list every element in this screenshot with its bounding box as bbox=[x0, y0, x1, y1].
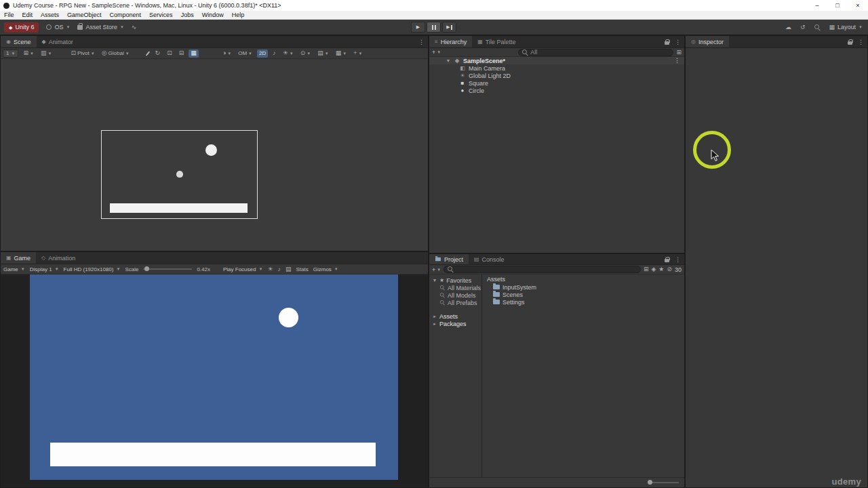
favorites-row[interactable]: ▼ ★ Favorites bbox=[429, 277, 481, 284]
packages-root-row[interactable]: ▸ Packages bbox=[429, 320, 481, 327]
lock-icon[interactable] bbox=[665, 39, 670, 45]
lock-icon[interactable] bbox=[848, 39, 853, 45]
search-icon[interactable] bbox=[814, 24, 821, 30]
foldout-arrow-icon[interactable]: ▸ bbox=[432, 314, 437, 319]
menu-services[interactable]: Services bbox=[145, 12, 177, 18]
mute-audio-icon[interactable]: ♪ bbox=[277, 266, 281, 272]
menu-jobs[interactable]: Jobs bbox=[177, 12, 198, 18]
menu-file[interactable]: File bbox=[0, 12, 18, 18]
assets-root-row[interactable]: ▸ Assets bbox=[429, 312, 481, 320]
lock-icon[interactable] bbox=[665, 257, 670, 262]
create-object-button[interactable]: +▼ bbox=[432, 49, 441, 56]
zoom-slider-knob[interactable] bbox=[648, 480, 652, 485]
foldout-arrow-icon[interactable]: ▸ bbox=[432, 321, 437, 327]
menu-gameobject[interactable]: GameObject bbox=[63, 12, 106, 18]
connector-icon[interactable]: ∿ bbox=[132, 24, 137, 30]
tab-hierarchy[interactable]: ≡ Hierarchy bbox=[429, 36, 472, 47]
subscene-pane-icon[interactable]: ⊞ bbox=[676, 49, 682, 56]
scene-audio-toggle[interactable]: ♪ bbox=[271, 49, 278, 58]
cloud-icon[interactable]: ☁ bbox=[785, 24, 791, 30]
circle-object[interactable] bbox=[205, 144, 217, 156]
pause-button[interactable] bbox=[427, 22, 441, 33]
tab-inspector[interactable]: ◎ Inspector bbox=[686, 36, 729, 47]
scene-root-row[interactable]: ▼ ◈ SampleScene* ⋮ bbox=[429, 57, 684, 64]
pickup-sprite-object[interactable] bbox=[176, 171, 183, 178]
transform-tools-dropdown[interactable]: ⊞▼ bbox=[21, 49, 36, 58]
tab-animation[interactable]: ◇ Animation bbox=[36, 252, 81, 264]
play-focused-dropdown[interactable]: Play Focused▼ bbox=[223, 266, 262, 272]
step-button[interactable]: ▶ bbox=[442, 22, 456, 33]
paint-brush-icon[interactable] bbox=[145, 49, 151, 58]
search-by-type-icon[interactable]: ⊞ bbox=[644, 266, 649, 272]
create-asset-button[interactable]: +▼ bbox=[432, 266, 441, 273]
account-dropdown[interactable]: OS▼ bbox=[46, 24, 70, 30]
square-paddle-object[interactable] bbox=[110, 203, 248, 213]
overlay-mode-dropdown[interactable]: OM▼ bbox=[236, 49, 254, 58]
hierarchy-item-main-camera[interactable]: ◧ Main Camera bbox=[429, 64, 684, 72]
2d-mode-toggle[interactable]: 2D bbox=[257, 49, 268, 58]
grid-settings-dropdown[interactable]: ▦▼ bbox=[334, 49, 349, 58]
screenshot-icon[interactable]: ▤ bbox=[285, 266, 292, 272]
scene-panel-menu-icon[interactable]: ⋮ bbox=[418, 39, 425, 45]
rotate-snap-icon[interactable]: ↻ bbox=[153, 49, 163, 58]
undo-history-icon[interactable]: ↺ bbox=[800, 24, 806, 30]
save-search-icon[interactable]: ★ bbox=[658, 266, 664, 272]
project-panel-menu-icon[interactable]: ⋮ bbox=[675, 256, 681, 263]
hidden-packages-count[interactable]: ⊘ 30 bbox=[667, 266, 682, 273]
rect-snap-icon[interactable]: ⊟ bbox=[177, 49, 186, 58]
foldout-arrow-icon[interactable]: ▼ bbox=[446, 58, 451, 63]
favorite-all-prefabs[interactable]: All Prefabs bbox=[429, 299, 481, 306]
effects-dropdown[interactable]: ☀▼ bbox=[281, 49, 296, 58]
gizmos-dropdown[interactable]: Gizmos▼ bbox=[313, 266, 338, 272]
menu-help[interactable]: Help bbox=[228, 12, 249, 18]
menu-edit[interactable]: Edit bbox=[18, 12, 37, 18]
unity-version-badge[interactable]: ◆ Unity 6 bbox=[4, 22, 39, 33]
grid-snap-toggle[interactable]: ▦ bbox=[189, 49, 199, 58]
search-by-label-icon[interactable]: ◈ bbox=[651, 266, 656, 272]
layout-dropdown[interactable]: ▦ Layout▼ bbox=[829, 24, 863, 30]
gizmo-orientation-icon[interactable]: +▼ bbox=[351, 49, 364, 58]
favorite-all-models[interactable]: All Models bbox=[429, 291, 481, 299]
pivot-dropdown[interactable]: ⊡Pivot▼ bbox=[68, 49, 96, 58]
scale-slider-knob[interactable] bbox=[144, 266, 149, 271]
thumbnail-zoom-slider[interactable] bbox=[648, 482, 679, 483]
particles-icon[interactable]: ☀ bbox=[267, 266, 273, 272]
hierarchy-panel-menu-icon[interactable]: ⋮ bbox=[675, 39, 681, 45]
menu-assets[interactable]: Assets bbox=[37, 12, 63, 18]
tab-scene[interactable]: ◉ Scene bbox=[1, 36, 37, 47]
tool-settings-dropdown[interactable]: ▥▼ bbox=[39, 49, 54, 58]
tab-game[interactable]: ▣ Game bbox=[1, 252, 36, 264]
hierarchy-item-circle[interactable]: ● Circle bbox=[429, 87, 684, 94]
play-button[interactable]: ▶ bbox=[411, 22, 425, 33]
game-view-dropdown[interactable]: Game▼ bbox=[3, 266, 25, 272]
resolution-dropdown[interactable]: Full HD (1920x1080)▼ bbox=[64, 266, 121, 272]
hierarchy-search-input[interactable]: All bbox=[518, 49, 673, 56]
scale-slider[interactable] bbox=[143, 268, 192, 270]
folder-settings[interactable]: Settings bbox=[482, 298, 684, 306]
menu-window[interactable]: Window bbox=[198, 12, 228, 18]
close-button[interactable]: × bbox=[848, 0, 868, 11]
tool-index-field[interactable]: 1▼ bbox=[3, 49, 18, 58]
tab-console[interactable]: ▤ Console bbox=[469, 254, 510, 264]
minimize-button[interactable]: – bbox=[807, 0, 827, 11]
folder-inputsystem[interactable]: InputSystem bbox=[482, 283, 684, 291]
scene-viewport[interactable] bbox=[1, 60, 428, 251]
stats-button[interactable]: Stats bbox=[296, 266, 308, 272]
folder-scenes[interactable]: Scenes bbox=[482, 291, 684, 298]
tab-animator[interactable]: ◆ Animator bbox=[37, 36, 79, 47]
foldout-arrow-icon[interactable]: ▼ bbox=[432, 278, 437, 283]
favorite-all-materials[interactable]: All Materials bbox=[429, 284, 481, 291]
visibility-dropdown[interactable]: ⊙▼ bbox=[298, 49, 313, 58]
hierarchy-item-global-light-2d[interactable]: ☀ Global Light 2D bbox=[429, 72, 684, 79]
maximize-button[interactable]: □ bbox=[827, 0, 848, 11]
project-search-input[interactable] bbox=[443, 266, 641, 273]
hierarchy-item-square[interactable]: ■ Square bbox=[429, 79, 684, 87]
asset-store-dropdown[interactable]: Asset Store▼ bbox=[77, 24, 123, 30]
game-render-surface[interactable] bbox=[30, 274, 398, 480]
tab-project[interactable]: Project bbox=[429, 254, 469, 264]
orientation-dropdown[interactable]: ◎Global▼ bbox=[100, 49, 132, 58]
inspector-panel-menu-icon[interactable]: ⋮ bbox=[858, 39, 864, 45]
tab-tile-palette[interactable]: ▦ Tile Palette bbox=[472, 36, 521, 47]
scene-row-menu-icon[interactable]: ⋮ bbox=[674, 57, 680, 64]
layers-dropdown[interactable]: ▤▼ bbox=[315, 49, 330, 58]
